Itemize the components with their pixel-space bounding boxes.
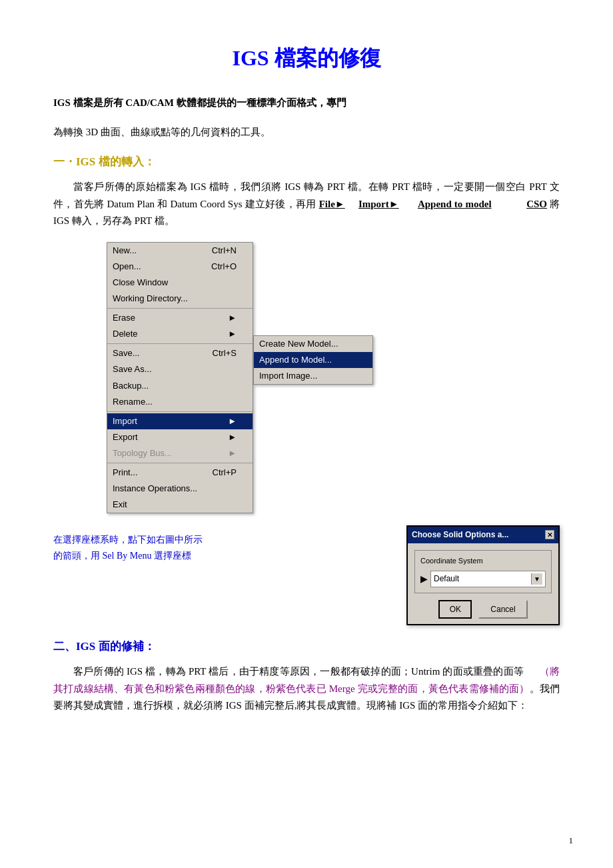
page-title: IGS 檔案的修復	[53, 40, 560, 76]
menu-topology-bus[interactable]: Topology Bus... ►	[107, 445, 253, 461]
dialog-title: Choose Solid Options a...	[412, 528, 508, 541]
menu-save[interactable]: Save... Ctrl+S	[107, 345, 253, 361]
menu-print[interactable]: Print... Ctrl+P	[107, 465, 253, 481]
select-value: Default	[434, 572, 459, 585]
dialog-buttons: OK Cancel	[414, 600, 552, 619]
cso-text: CSO	[526, 199, 547, 209]
coordinate-system-group: Coordinate System ▶ Default ▼	[414, 550, 552, 593]
coordinate-system-select[interactable]: Default ▼	[430, 571, 546, 587]
choose-solid-options-dialog: Choose Solid Options a... ✕ Coordinate S…	[406, 525, 560, 625]
menu-sep-2	[107, 343, 253, 344]
coordinate-system-select-row: ▶ Default ▼	[420, 571, 546, 587]
menu-working-dir[interactable]: Working Directory...	[107, 291, 253, 307]
ok-button[interactable]: OK	[438, 600, 472, 619]
dialog-section: 在選擇座標系時，點下如右圖中所示 的箭頭，用 Sel By Menu 選擇座標 …	[53, 525, 560, 625]
import-text: Import►	[358, 199, 399, 209]
menu-sep-4	[107, 463, 253, 463]
section1-title: 一・IGS 檔的轉入：	[53, 153, 560, 172]
cursor-icon: ▶	[420, 571, 428, 587]
dialog-text-line1: 在選擇座標系時，點下如右圖中所示	[53, 532, 380, 548]
menu-erase[interactable]: Erase ►	[107, 310, 253, 326]
section2-title: 二、IGS 面的修補：	[53, 637, 560, 657]
submenu-import-image[interactable]: Import Image...	[254, 368, 372, 384]
purple-text: （將其打成線結構、有黃色和粉紫色兩種顏色的線，粉紫色代表已 Merge 完或完整…	[53, 666, 560, 694]
dialog-text-line2: 的箭頭，用 Sel By Menu 選擇座標	[53, 548, 380, 564]
menu-export[interactable]: Export ►	[107, 429, 253, 445]
section2-paragraph: 客戶所傳的 IGS 檔，轉為 PRT 檔后，由于精度等原因，一般都有破掉的面；U…	[53, 663, 560, 715]
menu-exit[interactable]: Exit	[107, 497, 253, 513]
menu-open[interactable]: Open... Ctrl+O	[107, 259, 253, 275]
menu-new[interactable]: New... Ctrl+N	[107, 243, 253, 259]
submenu-append-to-model[interactable]: Append to Model...	[254, 352, 372, 368]
submenu: Create New Model... Append to Model... I…	[253, 335, 373, 385]
dialog-titlebar: Choose Solid Options a... ✕	[408, 527, 558, 543]
cancel-button[interactable]: Cancel	[478, 600, 527, 619]
intro-line1: IGS 檔案是所有 CAD/CAM 軟體都提供的一種標準介面格式，專門	[53, 95, 560, 112]
menu-instance-ops[interactable]: Instance Operations...	[107, 481, 253, 497]
menu-close-window[interactable]: Close Window	[107, 275, 253, 291]
page-number: 1	[569, 833, 574, 848]
dialog-instruction: 在選擇座標系時，點下如右圖中所示 的箭頭，用 Sel By Menu 選擇座標	[53, 525, 380, 564]
file-menu-text: File►	[319, 199, 345, 209]
menu-save-as[interactable]: Save As...	[107, 361, 253, 377]
intro-line2: 為轉換 3D 曲面、曲線或點等的几何資料的工具。	[53, 124, 560, 141]
menu-import[interactable]: Import ►	[107, 413, 253, 429]
menu-rename[interactable]: Rename...	[107, 394, 253, 410]
menu-sep-3	[107, 411, 253, 412]
menu-sep-1	[107, 308, 253, 309]
submenu-create-new-model[interactable]: Create New Model...	[254, 336, 372, 352]
dialog-title-icons: ✕	[545, 530, 554, 539]
coordinate-system-label: Coordinate System	[420, 555, 546, 567]
main-menu: New... Ctrl+N Open... Ctrl+O Close Windo…	[107, 242, 253, 514]
select-dropdown-arrow[interactable]: ▼	[531, 573, 542, 585]
menu-delete[interactable]: Delete ►	[107, 326, 253, 342]
append-text: Append to model	[418, 199, 492, 209]
menu-backup[interactable]: Backup...	[107, 378, 253, 394]
section1-paragraph: 當客戶所傳的原始檔案為 IGS 檔時，我們須將 IGS 轉為 PRT 檔。在轉 …	[53, 179, 560, 230]
dialog-content: Coordinate System ▶ Default ▼ OK Cancel	[408, 543, 558, 624]
menu-screenshot: New... Ctrl+N Open... Ctrl+O Close Windo…	[107, 242, 560, 514]
dialog-close-btn[interactable]: ✕	[545, 530, 554, 539]
